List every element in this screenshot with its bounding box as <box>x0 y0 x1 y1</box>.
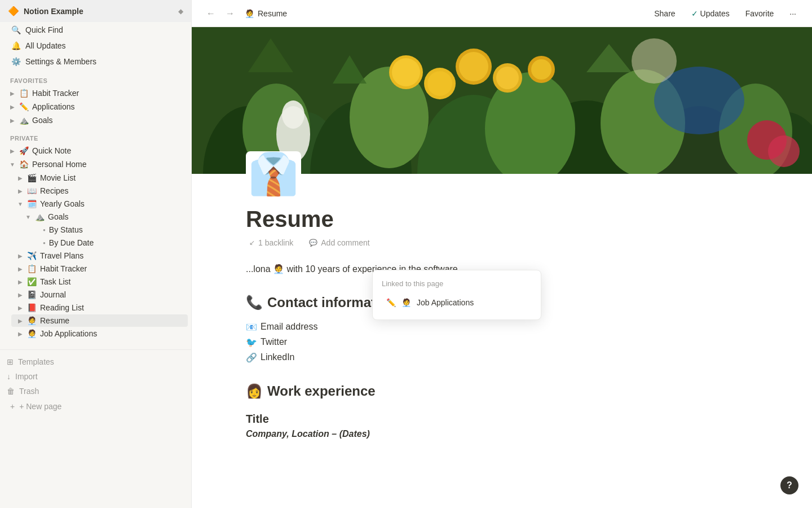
nav-item-all-updates[interactable]: 🔔 All Updates <box>3 38 188 53</box>
sidebar: 🔶 Notion Example ◆ 🔍 Quick Find 🔔 All Up… <box>0 0 192 508</box>
sidebar-item-recipes[interactable]: ▶ 📖 Recipes <box>11 185 188 197</box>
import-label: Import <box>15 372 38 381</box>
workspace-header[interactable]: 🔶 Notion Example ◆ <box>0 0 191 22</box>
sidebar-item-yearly-goals[interactable]: ▼ 🗓️ Yearly Goals <box>11 198 188 210</box>
nav-label-all-updates: All Updates <box>25 41 180 50</box>
personal-home-icon: 🏠 <box>19 160 29 169</box>
svg-point-20 <box>496 67 519 89</box>
email-label: Email address <box>261 322 317 332</box>
sidebar-item-journal[interactable]: ▶ 📓 Journal <box>11 288 188 301</box>
new-page-button[interactable]: + + New page <box>3 399 188 414</box>
svg-point-16 <box>427 71 452 96</box>
sidebar-item-by-status[interactable]: ▶ ● By Status <box>27 224 188 236</box>
habit-tracker-icon: 📋 <box>19 89 29 98</box>
chevron-down-icon: ▼ <box>24 214 33 220</box>
page-body: Resume ↙ 1 backlink 💬 Add comment ...lon… <box>192 196 812 484</box>
topbar: ← → 🧑‍💼 Resume Share ✓ Updates Favorite … <box>192 0 812 27</box>
dot-icon: ● <box>43 240 46 246</box>
work-emoji: 👩 <box>246 383 263 399</box>
job-applications-label: Job Applications <box>40 329 183 338</box>
back-button[interactable]: ← <box>203 6 219 21</box>
company-label: Company, Location – (Dates) <box>246 429 370 439</box>
contact-email: 📧 Email address <box>246 319 758 335</box>
goals-fav-label: Goals <box>32 116 183 125</box>
workspace-name: Notion Example <box>24 7 174 16</box>
page-icon[interactable]: 👔 <box>246 151 301 196</box>
sidebar-item-applications[interactable]: ▶ ✏️ Applications <box>3 100 188 113</box>
help-button[interactable]: ? <box>780 476 798 494</box>
nav-label-quick-find: Quick Find <box>25 25 180 34</box>
page-title: Resume <box>246 205 758 233</box>
search-icon: 🔍 <box>11 25 21 34</box>
by-status-label: By Status <box>49 225 183 234</box>
updates-button[interactable]: ✓ Updates <box>687 7 734 20</box>
page-icon-wrapper: 👔 <box>192 151 812 196</box>
favorite-button[interactable]: Favorite <box>741 7 779 20</box>
sidebar-item-travel-plans[interactable]: ▶ ✈️ Travel Plans <box>11 249 188 262</box>
contact-linkedin: 🔗 LinkedIn <box>246 350 758 365</box>
quick-note-icon: 🚀 <box>19 146 29 155</box>
goals-fav-icon: ⛰️ <box>19 116 29 125</box>
goals-label: Goals <box>48 212 183 221</box>
sidebar-item-goals[interactable]: ▼ ⛰️ Goals <box>19 211 188 223</box>
twitter-emoji: 🐦 <box>246 337 257 348</box>
habit-tracker-private-icon: 📋 <box>27 264 37 273</box>
sidebar-item-task-list[interactable]: ▶ ✅ Task List <box>11 275 188 288</box>
add-comment-button[interactable]: 💬 Add comment <box>306 237 373 248</box>
forward-button[interactable]: → <box>222 6 238 21</box>
sidebar-item-resume[interactable]: ▶ 🧑‍💼 Resume <box>11 314 188 327</box>
nav-arrows: ← → <box>203 6 238 21</box>
backlink-popup: Linked to this page ✏️ 🧑‍💼 Job Applicati… <box>372 270 541 320</box>
workspace-icon: 🔶 <box>8 6 19 16</box>
recipes-label: Recipes <box>40 186 183 195</box>
sidebar-item-templates[interactable]: ⊞ Templates <box>0 354 191 369</box>
nav-item-quick-find[interactable]: 🔍 Quick Find <box>3 23 188 37</box>
gear-icon: ⚙️ <box>11 57 21 66</box>
sidebar-item-goals-fav[interactable]: ▶ ⛰️ Goals <box>3 114 188 126</box>
twitter-label: Twitter <box>261 337 287 347</box>
backlink-button[interactable]: ↙ 1 backlink <box>246 237 297 248</box>
chevron-right-icon: ▶ <box>8 148 17 154</box>
workspace-chevron-icon: ◆ <box>178 7 183 15</box>
plus-icon: + <box>10 402 15 411</box>
backlink-item-emoji: 🧑‍💼 <box>401 298 411 307</box>
sidebar-item-import[interactable]: ↓ Import <box>0 369 191 384</box>
chevron-right-icon: ▶ <box>16 253 25 259</box>
contact-twitter: 🐦 Twitter <box>246 335 758 350</box>
updates-check-icon: ✓ <box>691 9 698 18</box>
chevron-right-icon: ▶ <box>8 90 17 97</box>
reading-list-icon: 📕 <box>27 303 37 312</box>
backlink-item-label: Job Applications <box>417 298 474 307</box>
topbar-actions: Share ✓ Updates Favorite ··· <box>650 7 801 20</box>
favorites-section-label: FAVORITES <box>0 69 191 86</box>
sidebar-item-trash[interactable]: 🗑 Trash <box>0 384 191 398</box>
svg-point-22 <box>531 59 551 80</box>
chevron-right-icon: ▶ <box>16 305 25 311</box>
share-button[interactable]: Share <box>650 7 679 20</box>
sidebar-item-habit-tracker-private[interactable]: ▶ 📋 Habit Tracker <box>11 262 188 275</box>
sidebar-item-movie-list[interactable]: ▶ 🎬 Movie List <box>11 172 188 184</box>
dot-icon: ● <box>43 227 46 233</box>
comment-icon: 💬 <box>309 239 317 247</box>
sidebar-item-personal-home[interactable]: ▼ 🏠 Personal Home <box>3 158 188 170</box>
journal-label: Journal <box>40 290 183 299</box>
movie-list-label: Movie List <box>40 173 183 182</box>
sidebar-item-habit-tracker[interactable]: ▶ 📋 Habit Tracker <box>3 87 188 99</box>
sidebar-item-by-due-date[interactable]: ▶ ● By Due Date <box>27 237 188 249</box>
linkedin-label: LinkedIn <box>261 352 295 362</box>
sidebar-item-job-applications[interactable]: ▶ 🧑‍💼 Job Applications <box>11 327 188 340</box>
private-section-label: PRIVATE <box>0 127 191 144</box>
linkedin-emoji: 🔗 <box>246 352 257 363</box>
nav-item-settings[interactable]: ⚙️ Settings & Members <box>3 54 188 69</box>
sidebar-item-quick-note[interactable]: ▶ 🚀 Quick Note <box>3 144 188 157</box>
email-emoji: 📧 <box>246 322 257 332</box>
habit-tracker-label: Habit Tracker <box>32 89 183 98</box>
sidebar-item-reading-list[interactable]: ▶ 📕 Reading List <box>11 301 188 314</box>
habit-tracker-private-label: Habit Tracker <box>40 264 183 273</box>
backlink-popup-item[interactable]: ✏️ 🧑‍💼 Job Applications <box>382 295 532 310</box>
main-content: ← → 🧑‍💼 Resume Share ✓ Updates Favorite … <box>192 0 812 508</box>
templates-icon: ⊞ <box>7 357 14 366</box>
chevron-down-icon: ▼ <box>8 161 17 168</box>
edit-icon: ✏️ <box>386 298 396 307</box>
more-button[interactable]: ··· <box>785 7 801 20</box>
